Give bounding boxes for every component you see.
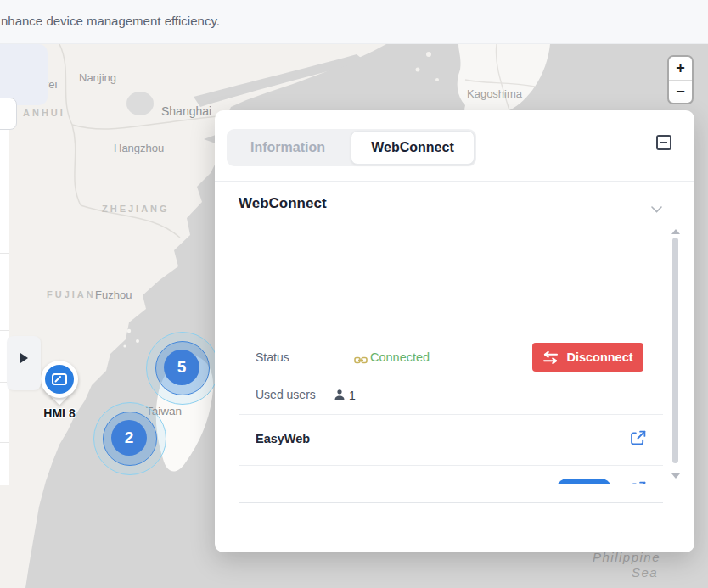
status-label: Status: [256, 350, 289, 364]
external-link-icon[interactable]: [629, 429, 648, 448]
map-label-nanjing: Nanjing: [79, 71, 116, 84]
used-users-value: 1: [349, 389, 356, 402]
swap-arrows-icon: [542, 351, 559, 364]
service-name-webview: WebView: [256, 483, 309, 484]
footer-divider: [239, 502, 663, 503]
scrollbar-down-arrow[interactable]: [671, 473, 680, 479]
top-banner: nhance device management efficiency.: [0, 0, 708, 44]
map-label-zhejiang: ZHEJIANG: [102, 204, 170, 214]
cluster-ring: 2: [103, 412, 157, 466]
service-name-easyweb: EasyWeb: [256, 432, 310, 445]
sidebar-divider: [0, 253, 9, 254]
zoom-in-button[interactable]: +: [669, 57, 692, 80]
cluster-marker-large[interactable]: 5: [146, 332, 219, 405]
tab-information[interactable]: Information: [227, 129, 349, 166]
cluster-count: 2: [111, 420, 147, 456]
scrollbar-up-arrow[interactable]: [671, 229, 680, 234]
banner-text: nhance device management efficiency.: [1, 14, 220, 28]
minimize-icon: [660, 142, 667, 143]
external-link-icon[interactable]: [629, 480, 648, 484]
sidebar-expand-toggle[interactable]: [7, 336, 41, 390]
sidebar-divider: [0, 442, 9, 443]
panel-divider: [215, 181, 694, 182]
cluster-ring: 5: [155, 341, 210, 395]
device-pin-marker[interactable]: [41, 361, 78, 403]
map-zoom-control: + −: [667, 55, 694, 104]
map-label-anhui: ANHUI: [23, 108, 65, 118]
map-label-kagoshima: Kagoshima: [467, 87, 522, 100]
map-label-hangzhou: Hangzhou: [114, 142, 164, 154]
user-icon: [334, 389, 346, 404]
minimize-button[interactable]: [656, 135, 671, 150]
tab-webconnect[interactable]: WebConnect: [351, 131, 475, 165]
disconnect-label: Disconnect: [566, 350, 632, 364]
disconnect-button[interactable]: Disconnect: [532, 343, 643, 372]
status-value: Connected: [370, 350, 430, 364]
sidebar-search-box[interactable]: [0, 98, 17, 130]
webconnect-scroll-area[interactable]: Status Connected Disconnect: [215, 222, 694, 484]
row-divider: [239, 465, 663, 466]
chevron-right-icon: [20, 353, 28, 363]
map-label-fujian: FUJIAN: [47, 289, 96, 300]
app-root: Hefei Nanjing Shanghai Hangzhou ANHUI ZH…: [0, 0, 708, 588]
sidebar-divider: [0, 330, 9, 331]
link-icon: [354, 353, 368, 368]
map-label-shanghai: Shanghai: [161, 104, 211, 118]
dialog-button-webview[interactable]: Dialog: [556, 479, 612, 484]
hmi-screen-icon: [45, 365, 74, 394]
map-label-fuzhou: Fuzhou: [95, 288, 132, 301]
chevron-down-icon[interactable]: [651, 201, 662, 216]
scrollbar-thumb[interactable]: [672, 238, 678, 463]
row-divider: [239, 414, 663, 415]
device-popup: Information WebConnect WebConnect Status…: [215, 110, 694, 552]
popup-tabs: Information WebConnect: [227, 129, 476, 166]
cluster-count: 5: [164, 350, 199, 385]
map-label-philippine-sea-2: Sea: [632, 565, 658, 580]
cluster-marker-small[interactable]: 2: [93, 402, 166, 475]
zoom-out-button[interactable]: −: [669, 81, 692, 104]
used-users-label: Used users: [256, 388, 316, 401]
section-title: WebConnect: [239, 195, 327, 212]
device-pin-label: HMI 8: [34, 406, 85, 420]
sidebar-tool-panel: ⚙: [0, 44, 48, 105]
